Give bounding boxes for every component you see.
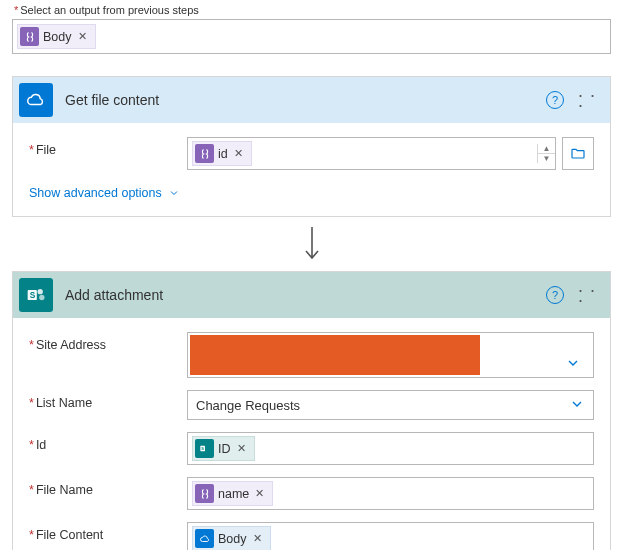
field-file: *File id ✕ ▲ ▼	[29, 137, 594, 170]
token-body[interactable]: Body ✕	[192, 526, 271, 550]
more-icon[interactable]: · · ·	[578, 89, 600, 111]
svg-text:S: S	[201, 446, 204, 451]
field-file-name: *File Name name ✕	[29, 477, 594, 510]
step-down-icon[interactable]: ▼	[538, 154, 555, 163]
chevron-down-icon[interactable]	[553, 333, 593, 377]
dynamic-content-icon	[195, 144, 214, 163]
show-advanced-options[interactable]: Show advanced options	[29, 186, 180, 200]
field-site-address: *Site Address	[29, 332, 594, 378]
output-selector-label: *Select an output from previous steps	[14, 4, 611, 16]
action-add-attachment: S Add attachment ? · · · *Site Address *…	[12, 271, 611, 550]
more-icon[interactable]: · · ·	[578, 284, 600, 306]
token-id[interactable]: id ✕	[192, 141, 252, 166]
field-label: *List Name	[29, 390, 179, 410]
remove-token-icon[interactable]: ✕	[253, 487, 266, 500]
chevron-down-icon	[569, 396, 585, 415]
number-stepper[interactable]: ▲ ▼	[537, 144, 555, 163]
field-file-content: *File Content Body ✕	[29, 522, 594, 550]
sharepoint-icon: S	[19, 278, 53, 312]
token-name[interactable]: name ✕	[192, 481, 273, 506]
remove-token-icon[interactable]: ✕	[235, 442, 248, 455]
action-get-file-content: Get file content ? · · · *File id ✕ ▲	[12, 76, 611, 217]
field-id: *Id S ID ✕	[29, 432, 594, 465]
token-label: ID	[218, 442, 231, 456]
file-content-input[interactable]: Body ✕	[187, 522, 594, 550]
remove-token-icon[interactable]: ✕	[251, 532, 264, 545]
token-body[interactable]: Body ✕	[17, 24, 96, 49]
remove-token-icon[interactable]: ✕	[76, 30, 89, 43]
step-up-icon[interactable]: ▲	[538, 144, 555, 154]
dynamic-content-icon	[20, 27, 39, 46]
chevron-down-icon	[168, 187, 180, 199]
flow-connector-arrow	[12, 227, 611, 261]
action-title: Add attachment	[65, 287, 532, 303]
field-list-name: *List Name Change Requests	[29, 390, 594, 420]
file-input[interactable]: id ✕ ▲ ▼	[187, 137, 556, 170]
sharepoint-token-icon: S	[195, 439, 214, 458]
field-label: *Site Address	[29, 332, 179, 352]
token-label: Body	[43, 30, 72, 44]
onedrive-icon	[19, 83, 53, 117]
field-label: *File Name	[29, 477, 179, 497]
id-input[interactable]: S ID ✕	[187, 432, 594, 465]
field-label: *File Content	[29, 522, 179, 542]
onedrive-token-icon	[195, 529, 214, 548]
site-address-value-redacted	[190, 335, 480, 375]
token-label: Body	[218, 532, 247, 546]
token-label: id	[218, 147, 228, 161]
site-address-select[interactable]	[187, 332, 594, 378]
help-icon[interactable]: ?	[544, 89, 566, 111]
action-title: Get file content	[65, 92, 532, 108]
browse-folder-button[interactable]	[562, 137, 594, 170]
field-label: *File	[29, 137, 179, 157]
token-label: name	[218, 487, 249, 501]
remove-token-icon[interactable]: ✕	[232, 147, 245, 160]
action-header[interactable]: S Add attachment ? · · ·	[13, 272, 610, 318]
svg-text:S: S	[30, 290, 36, 300]
svg-point-2	[38, 289, 43, 294]
list-name-select[interactable]: Change Requests	[187, 390, 594, 420]
output-selector-input[interactable]: Body ✕	[12, 19, 611, 54]
help-icon[interactable]: ?	[544, 284, 566, 306]
file-name-input[interactable]: name ✕	[187, 477, 594, 510]
action-header[interactable]: Get file content ? · · ·	[13, 77, 610, 123]
token-id[interactable]: S ID ✕	[192, 436, 255, 461]
svg-point-3	[39, 295, 44, 300]
select-value: Change Requests	[196, 398, 300, 413]
field-label: *Id	[29, 432, 179, 452]
dynamic-content-icon	[195, 484, 214, 503]
